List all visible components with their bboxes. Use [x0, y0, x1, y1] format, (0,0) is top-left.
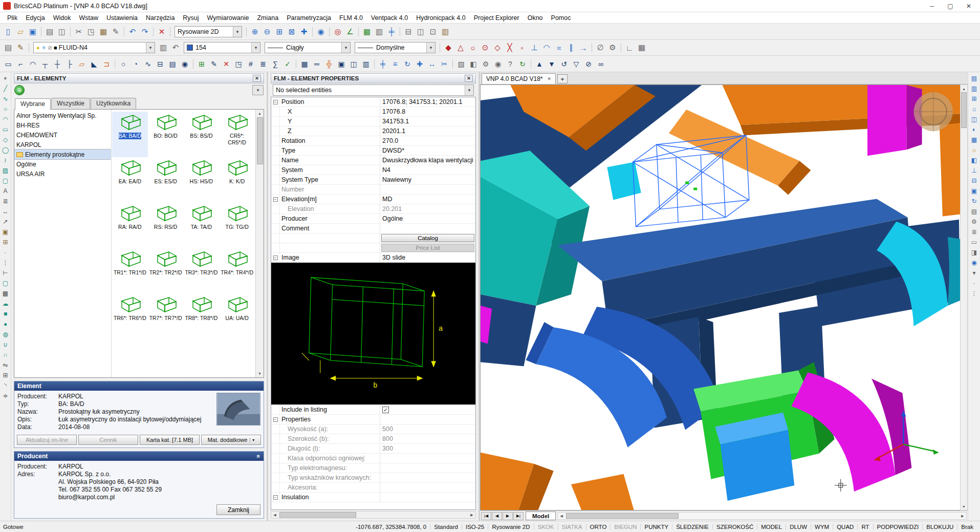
camera-icon[interactable]: ▣ — [969, 186, 979, 196]
duct-reducer-icon[interactable]: ▱ — [76, 58, 88, 70]
fillet-icon[interactable]: ◝ — [1, 380, 11, 391]
separator[interactable] — [113, 58, 117, 70]
separator[interactable] — [151, 26, 156, 38]
align-icon[interactable]: ≡ — [389, 58, 401, 70]
menu-item[interactable]: Parametryzacja — [282, 13, 335, 23]
menu-item[interactable]: Narzędzia — [142, 13, 179, 23]
slider-icon[interactable]: ╪ — [385, 26, 398, 38]
menu-item[interactable]: Zmiana — [253, 13, 282, 23]
separator[interactable] — [619, 41, 623, 54]
sphere-icon[interactable]: ● — [1, 319, 11, 329]
trim-icon[interactable]: ✂ — [438, 58, 450, 70]
flm-elements-titlebar[interactable]: FLM - ELEMENTY ✕ — [14, 73, 264, 83]
zoom-out-icon[interactable]: ⊖ — [261, 26, 273, 38]
element-tile[interactable]: TG: TG/D — [219, 203, 255, 248]
scroll-up-icon[interactable]: ▲ — [258, 110, 262, 117]
maximize-button[interactable]: ▢ — [941, 1, 960, 12]
close-button[interactable]: ✕ — [960, 1, 978, 12]
status-toggle[interactable]: SIATKA — [558, 524, 586, 530]
status-toggle[interactable]: BIEGUN — [610, 524, 640, 530]
property-row[interactable]: − Typ elektromagnesu: — [271, 463, 475, 473]
snap-insertion-icon[interactable]: ▫ — [516, 41, 528, 54]
table-icon[interactable]: ▦ — [361, 26, 373, 38]
layout-nav-button[interactable]: |◀ — [481, 512, 491, 520]
duct-orange-right-column[interactable] — [940, 123, 960, 216]
home-view-icon[interactable]: ⌂ — [969, 104, 979, 114]
array-icon[interactable]: ⊞ — [1, 370, 11, 380]
scrollbar-thumb[interactable] — [279, 512, 356, 518]
layout-nav-button[interactable]: ◀ — [492, 512, 502, 520]
undo-icon[interactable]: ↶ — [126, 26, 139, 38]
property-row[interactable]: − Elevation[m] MD — [271, 195, 475, 204]
tree-item[interactable]: Elementy prostokątne — [14, 150, 111, 159]
property-row[interactable]: − Klasa odporności ogniowej: — [271, 454, 475, 463]
snap-settings-icon[interactable]: ⚙ — [606, 41, 619, 54]
property-row[interactable]: − Elevation 20.201 — [271, 204, 475, 214]
element-tile[interactable]: TR1*: TR1*/D — [112, 248, 148, 294]
online-catalog-globe-icon[interactable]: ⊕ — [14, 85, 25, 95]
collapse-icon[interactable]: ▾ — [969, 268, 979, 278]
wipeout-icon[interactable]: ▩ — [1, 288, 11, 299]
separator[interactable] — [27, 41, 31, 54]
vent-run-icon[interactable]: ═ — [311, 58, 323, 70]
menu-item[interactable]: Okno — [524, 13, 547, 23]
property-row[interactable]: − Z 20201.1 — [271, 126, 475, 136]
property-value[interactable]: 20.201 — [380, 205, 475, 212]
separator[interactable] — [450, 58, 455, 70]
element-tile[interactable]: HS: HS/D — [184, 157, 220, 203]
status-toggle[interactable]: RT — [857, 524, 873, 530]
grille-icon[interactable]: ▤ — [166, 58, 179, 70]
section-icon[interactable]: ⊟ — [969, 176, 979, 186]
price-list-button[interactable]: Price List — [381, 244, 474, 252]
print-icon[interactable]: ▤ — [43, 26, 56, 38]
menu-item[interactable]: Rysuj — [179, 13, 203, 23]
previous-layer-icon[interactable]: ↶ — [169, 41, 182, 54]
measure-icon[interactable]: ⊢ — [1, 268, 11, 278]
tab[interactable]: Wybrane — [15, 98, 51, 110]
element-tile[interactable]: TR3*: TR3*/D — [184, 248, 220, 294]
property-value[interactable]: 17076.8 — [380, 108, 475, 115]
element-action-button[interactable]: Cennik ▾ — [78, 435, 138, 445]
separator[interactable] — [168, 26, 172, 38]
flm-copy-icon[interactable]: ◳ — [232, 58, 245, 70]
image-row[interactable]: − Image 3D slide — [271, 253, 475, 263]
separator[interactable] — [310, 26, 315, 38]
duct-cap-icon[interactable]: ⊐ — [100, 58, 113, 70]
status-toggle[interactable]: ŚLEDZENIE — [672, 524, 712, 530]
status-toggle[interactable]: MODEL — [757, 524, 786, 530]
property-value[interactable]: Dwuskrzydłowa klapa wentylacji po — [380, 157, 475, 164]
property-row[interactable]: − Wysokość (a): 500 — [271, 424, 475, 434]
workspace-select[interactable]: Rysowanie 2D ▾ — [175, 26, 242, 37]
delete-icon[interactable]: ✕ — [156, 26, 168, 38]
properties-painter-icon[interactable]: ✎ — [14, 41, 27, 54]
flex-duct-icon[interactable]: ∿ — [142, 58, 154, 70]
print-preview-icon[interactable]: ◫ — [56, 26, 68, 38]
pan-icon[interactable]: ✚ — [298, 26, 310, 38]
cylinder-icon[interactable]: ◍ — [1, 329, 11, 339]
copy-icon[interactable]: ◳ — [85, 26, 97, 38]
property-row[interactable]: − Rotation 270.0 — [271, 136, 475, 146]
diffuser-icon[interactable]: ◉ — [179, 58, 191, 70]
element-tile[interactable]: RS: RS/D — [148, 203, 184, 248]
separator[interactable] — [39, 26, 43, 38]
zoom-window-icon[interactable]: ⊞ — [273, 26, 286, 38]
help-panel-icon[interactable]: ◉ — [969, 258, 979, 268]
navigation-compass[interactable] — [914, 92, 953, 131]
union-icon[interactable]: ∪ — [1, 339, 11, 350]
layout-nav-button[interactable]: ▶| — [513, 512, 524, 520]
round-elbow-icon[interactable]: ◔ — [129, 58, 142, 70]
status-toggle[interactable]: ORTO — [586, 524, 611, 530]
property-row[interactable]: − Producer Ogólne — [271, 214, 475, 224]
point-icon[interactable]: ∙ — [1, 247, 11, 258]
polyline-icon[interactable]: ∿ — [1, 94, 11, 104]
update-icon[interactable]: ↻ — [516, 58, 529, 70]
property-value[interactable]: N4 — [380, 166, 475, 174]
viewport-hscrollbar[interactable]: ◀ ▶ — [557, 512, 967, 520]
more-icon[interactable]: ⋮ — [969, 288, 979, 299]
region-icon[interactable]: ▢ — [1, 176, 11, 186]
pin-icon[interactable]: ∙ — [969, 278, 979, 288]
boundary-icon[interactable]: ▢ — [1, 278, 11, 288]
offset-icon[interactable]: ≑ — [1, 391, 11, 401]
viewports-icon[interactable]: ◫ — [415, 26, 427, 38]
revcloud-icon[interactable]: ☁ — [1, 299, 11, 309]
